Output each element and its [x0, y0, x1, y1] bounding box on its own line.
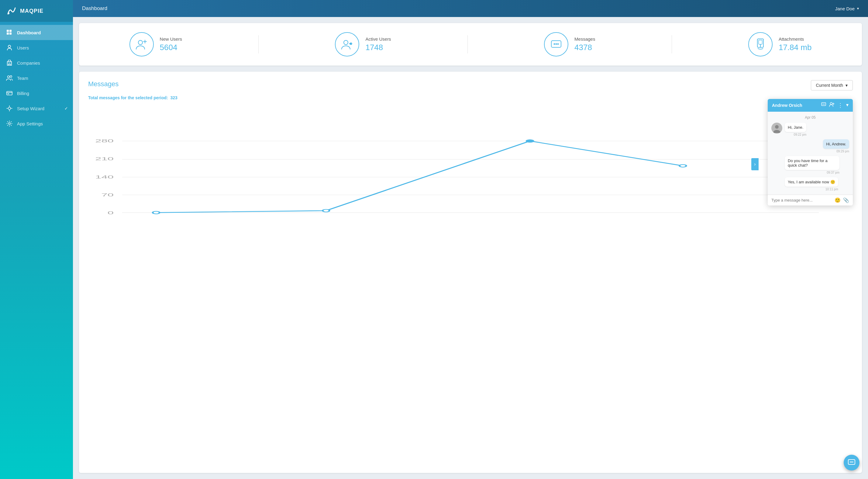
stat-messages: Messages 4378	[544, 32, 595, 57]
chat-avatar	[771, 123, 782, 134]
user-name: Jane Doe	[835, 6, 855, 11]
grid-icon	[6, 29, 13, 36]
divider-1	[258, 35, 259, 54]
chart-title: Messages	[88, 80, 119, 88]
subtitle-label: Total messages for the selected period:	[88, 95, 168, 100]
logo-text: MAQPIE	[20, 8, 43, 14]
chat-more-icon[interactable]: ⋮	[838, 102, 843, 109]
logo-area: MAQPIE	[0, 0, 73, 22]
chat-widget-header: Andrew Orsich	[768, 99, 853, 112]
stat-active-users-text: Active Users 1748	[365, 36, 391, 52]
chat-footer-icons: 🙂 📎	[835, 197, 849, 203]
chat-body: Apr 05 Hi, Jane. 09:22 pm	[768, 112, 853, 195]
chat-contact-name: Andrew Orsich	[772, 103, 802, 108]
chat-bubble-text-3: Do you have time for a quick chat?	[785, 156, 839, 170]
chat-bubble-4: Yes, I am available now 🙂 10:11 pm	[785, 177, 838, 191]
svg-point-50	[823, 104, 823, 104]
sidebar-item-app-settings[interactable]: App Settings	[0, 116, 73, 131]
chat-bubble-text-1: Hi, Jane.	[785, 123, 806, 132]
person-icon	[6, 44, 13, 51]
chat-footer: 🙂 📎	[768, 195, 853, 206]
svg-rect-30	[758, 40, 762, 44]
people-icon	[6, 75, 13, 81]
svg-point-5	[8, 45, 11, 48]
sidebar-item-app-settings-label: App Settings	[17, 121, 43, 126]
sidebar-item-users-label: Users	[17, 45, 29, 50]
chart-scroll-arrow[interactable]: ›	[751, 158, 758, 170]
chat-collapse-icon[interactable]: ▾	[846, 102, 848, 109]
svg-text:140: 140	[95, 175, 114, 179]
chart-subtitle: Total messages for the selected period: …	[88, 95, 853, 100]
active-users-label: Active Users	[365, 36, 391, 42]
svg-point-24	[350, 43, 352, 45]
active-users-value: 1748	[365, 43, 391, 52]
svg-point-59	[850, 461, 851, 463]
sidebar: MAQPIE Dashboard Users	[0, 0, 73, 479]
subtitle-value: 323	[170, 95, 178, 100]
svg-point-26	[554, 43, 555, 45]
emoji-icon[interactable]: 🙂	[835, 197, 841, 203]
chart-date-range: April 01, 2017 – April 05, 2017	[88, 102, 853, 107]
sidebar-item-users[interactable]: Users	[0, 40, 73, 55]
svg-point-45	[153, 211, 159, 214]
sidebar-item-billing[interactable]: Billing	[0, 85, 73, 101]
chat-message-1: Hi, Jane. 09:22 pm	[771, 123, 849, 136]
chat-message-3: Do you have time for a quick chat? 09:37…	[771, 156, 849, 174]
svg-point-0	[8, 12, 9, 14]
stat-active-users: Active Users 1748	[335, 32, 391, 57]
svg-point-27	[556, 43, 557, 45]
stat-messages-text: Messages 4378	[575, 36, 595, 52]
svg-point-53	[830, 103, 832, 105]
messages-icon-wrap	[544, 32, 568, 57]
floating-chat-button[interactable]	[844, 455, 860, 471]
svg-rect-7	[8, 63, 9, 63]
chart-header: Messages Current Month ▾	[88, 80, 853, 91]
content-area: New Users 5604 Active Users 1748	[73, 17, 868, 479]
logo-icon	[6, 5, 17, 16]
chat-time-2: 09:29 pm	[823, 150, 849, 153]
divider-3	[672, 35, 672, 54]
chat-input-field[interactable]	[771, 198, 832, 202]
card-icon	[6, 90, 13, 97]
chat-header-actions: ⋮ ▾	[821, 102, 848, 109]
svg-point-23	[344, 40, 348, 45]
sidebar-item-setup-wizard[interactable]: Setup Wizard ✓	[0, 101, 73, 116]
svg-point-20	[138, 40, 143, 45]
divider-2	[467, 35, 468, 54]
attachment-icon[interactable]: 📎	[843, 197, 849, 203]
attachments-value: 17.84 mb	[779, 43, 811, 52]
chat-time-4: 10:11 pm	[785, 187, 838, 191]
chevron-down-icon: ▾	[857, 6, 859, 11]
attachments-icon-wrap	[748, 32, 773, 57]
stat-attachments: Attachments 17.84 mb	[748, 32, 811, 57]
chat-add-user-icon[interactable]	[829, 102, 835, 109]
chat-time-1: 09:22 pm	[785, 133, 806, 136]
svg-point-57	[775, 125, 779, 129]
chat-bubble-text-2: Hi, Andrew.	[823, 139, 849, 149]
period-chevron-icon: ▾	[845, 83, 848, 88]
sidebar-item-dashboard[interactable]: Dashboard	[0, 25, 73, 40]
svg-point-51	[823, 104, 824, 104]
line-chart-svg: 0 70 140 210 280 Apr, 01 Apr, 02 Apr, 03	[88, 113, 853, 216]
svg-text:70: 70	[101, 193, 113, 198]
chat-bubble-1: Hi, Jane. 09:22 pm	[785, 123, 806, 136]
period-button[interactable]: Current Month ▾	[811, 80, 853, 91]
svg-rect-4	[9, 32, 11, 35]
stats-card: New Users 5604 Active Users 1748	[79, 23, 862, 66]
stat-new-users-text: New Users 5604	[160, 36, 182, 52]
svg-point-10	[10, 76, 12, 77]
chat-message-icon[interactable]	[821, 102, 826, 109]
sidebar-item-companies[interactable]: Companies	[0, 55, 73, 70]
svg-point-9	[8, 76, 10, 78]
user-menu[interactable]: Jane Doe ▾	[835, 6, 859, 11]
svg-rect-1	[7, 30, 9, 32]
svg-point-19	[8, 123, 10, 125]
svg-point-48	[680, 165, 686, 167]
sidebar-item-setup-wizard-label: Setup Wizard	[17, 106, 44, 111]
gear-icon	[6, 120, 13, 127]
stat-attachments-text: Attachments 17.84 mb	[779, 36, 811, 52]
topbar: Dashboard Jane Doe ▾	[73, 0, 868, 17]
sidebar-item-team[interactable]: Team	[0, 70, 73, 85]
page-title: Dashboard	[82, 5, 107, 11]
svg-rect-13	[8, 94, 9, 94]
